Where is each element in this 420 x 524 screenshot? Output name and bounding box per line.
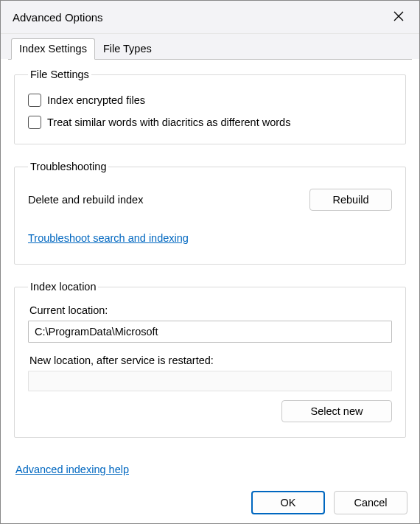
index-encrypted-label[interactable]: Index encrypted files	[47, 94, 145, 106]
delete-rebuild-label: Delete and rebuild index	[28, 194, 143, 206]
troubleshoot-link[interactable]: Troubleshoot search and indexing	[28, 232, 189, 244]
tabs: Index Settings File Types	[1, 34, 419, 59]
new-location-label: New location, after service is restarted…	[29, 354, 392, 366]
current-location-label: Current location:	[29, 304, 392, 316]
titlebar: Advanced Options	[1, 1, 419, 34]
tab-index-settings[interactable]: Index Settings	[11, 38, 95, 60]
advanced-indexing-help-link[interactable]: Advanced indexing help	[15, 464, 129, 475]
troubleshooting-group: Troubleshooting Delete and rebuild index…	[14, 161, 406, 265]
close-button[interactable]	[387, 7, 410, 27]
select-new-button[interactable]: Select new	[281, 400, 392, 422]
index-location-group: Index location Current location: C:\Prog…	[14, 281, 406, 438]
rebuild-button[interactable]: Rebuild	[309, 189, 392, 211]
troubleshooting-legend: Troubleshooting	[28, 161, 108, 172]
diacritics-checkbox[interactable]	[28, 116, 41, 129]
close-icon	[393, 11, 404, 24]
dialog-title: Advanced Options	[13, 11, 103, 24]
tab-content: File Settings Index encrypted files Trea…	[8, 59, 412, 458]
advanced-options-dialog: Advanced Options Index Settings File Typ…	[0, 0, 420, 524]
diacritics-label[interactable]: Treat similar words with diacritics as d…	[47, 116, 290, 128]
cancel-button[interactable]: Cancel	[334, 491, 407, 514]
current-location-value: C:\ProgramData\Microsoft	[28, 321, 392, 343]
footer-link-area: Advanced indexing help	[1, 458, 419, 483]
file-settings-legend: File Settings	[28, 69, 91, 80]
ok-button[interactable]: OK	[251, 491, 325, 514]
dialog-buttons: OK Cancel	[1, 483, 419, 524]
index-encrypted-checkbox[interactable]	[28, 94, 41, 107]
index-location-legend: Index location	[28, 281, 98, 293]
tab-file-types[interactable]: File Types	[95, 38, 160, 59]
file-settings-group: File Settings Index encrypted files Trea…	[14, 69, 406, 144]
new-location-value	[28, 371, 392, 391]
